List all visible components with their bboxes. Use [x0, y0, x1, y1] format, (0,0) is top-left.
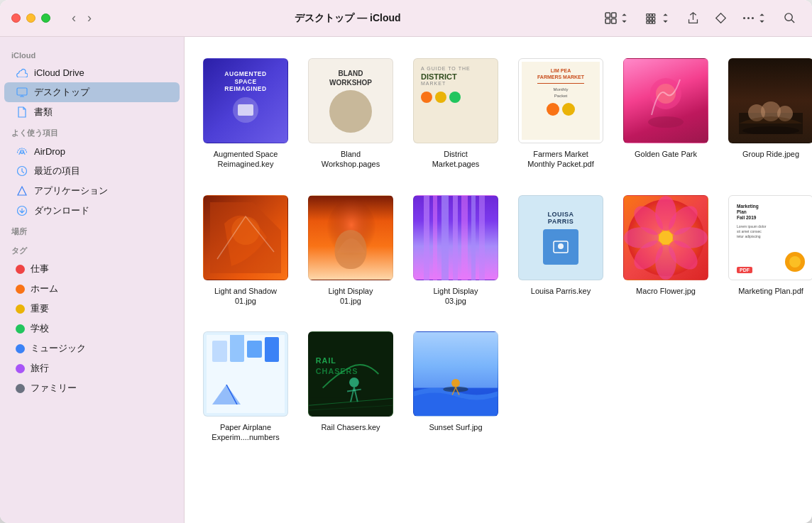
svg-rect-4	[647, 14, 649, 16]
file-item-farmers[interactable]: Lim PeaFarmers Market MonthlyPacket Farm…	[514, 54, 608, 174]
svg-rect-34	[441, 195, 449, 280]
file-item-golden[interactable]: Golden Gate Park	[619, 54, 713, 174]
svg-point-14	[747, 17, 750, 19]
close-button[interactable]	[11, 13, 21, 23]
file-thumb-lightdisplay03	[413, 195, 498, 280]
svg-point-40	[558, 243, 564, 249]
sidebar-item-documents[interactable]: 書類	[4, 102, 180, 122]
search-button[interactable]	[779, 9, 801, 27]
recents-icon	[16, 165, 28, 177]
file-item-louisa[interactable]: LOUISAPARRIS Louisa Parris.key	[514, 191, 608, 311]
desktop-label: デスクトップ	[34, 86, 89, 99]
file-item-lightandshadow[interactable]: Light and Shadow01.jpg	[199, 191, 292, 311]
tag-label-gakkou: 学校	[31, 322, 49, 335]
file-item-groupride[interactable]: Group Ride.jpeg	[724, 54, 812, 174]
file-item-lightdisplay01[interactable]: Light Display01.jpg	[304, 191, 397, 311]
titlebar: ‹ › デスクトップ — iCloud	[0, 0, 812, 37]
file-name-augmented: Augmented SpaceReimagined.key	[214, 149, 278, 170]
applications-label: アプリケーション	[34, 185, 108, 197]
file-item-macroflower[interactable]: Macro Flower.jpg	[619, 191, 713, 311]
file-thumb-farmers: Lim PeaFarmers Market MonthlyPacket	[518, 58, 603, 143]
file-thumb-louisa: LOUISAPARRIS	[518, 195, 603, 280]
more-button[interactable]	[737, 9, 773, 27]
sidebar-item-airdrop[interactable]: AirDrop	[4, 141, 180, 161]
file-item-augmented[interactable]: AUGMENTEDSPACEREIMAGINED Augmented Space…	[199, 54, 292, 174]
file-name-lightdisplay03: Light Display03.jpg	[434, 286, 478, 307]
file-item-sunsetsurf[interactable]: Sunset Surf.jpg	[409, 327, 503, 447]
svg-rect-32	[424, 195, 429, 280]
sidebar: iCloud iCloud Drive デスクトップ	[0, 37, 185, 523]
maximize-button[interactable]	[41, 13, 50, 23]
svg-rect-9	[652, 18, 654, 20]
sidebar-item-tag-home[interactable]: ホーム	[4, 279, 180, 299]
files-grid: AUGMENTEDSPACEREIMAGINED Augmented Space…	[199, 54, 798, 447]
sidebar-item-applications[interactable]: アプリケーション	[4, 181, 180, 201]
file-item-paperairplane[interactable]: Paper AirplaneExperim....numbers	[199, 327, 292, 447]
documents-label: 書類	[34, 106, 53, 119]
tag-dot-family	[16, 384, 25, 393]
svg-rect-38	[479, 195, 485, 280]
file-thumb-marketing: MarketingPlanFall 2019 Lorem ipsum dolor…	[728, 195, 812, 280]
favorites-section-header: よく使う項目	[0, 122, 184, 141]
back-button[interactable]: ‹	[67, 9, 80, 27]
svg-rect-6	[652, 14, 654, 16]
sidebar-item-tag-travel[interactable]: 旅行	[4, 358, 180, 378]
file-name-bland: BlandWorkshop.pages	[322, 149, 380, 170]
sidebar-item-tag-gakkou[interactable]: 学校	[4, 319, 180, 338]
file-name-farmers: Farmers MarketMonthly Packet.pdf	[527, 149, 594, 170]
forward-button[interactable]: ›	[83, 9, 96, 27]
main-layout: iCloud iCloud Drive デスクトップ	[0, 37, 812, 523]
svg-rect-18	[17, 88, 27, 95]
downloads-icon	[16, 204, 28, 217]
tag-button[interactable]	[710, 9, 732, 27]
file-thumb-railchasers: RAIL CHASERS	[308, 331, 393, 417]
tag-dot-home	[16, 285, 25, 294]
file-item-railchasers[interactable]: RAIL CHASERS Rail Chasers.key	[304, 327, 397, 447]
sidebar-item-tag-music[interactable]: ミュージック	[4, 338, 180, 358]
file-thumb-lightdisplay01	[308, 195, 393, 280]
file-thumb-augmented: AUGMENTEDSPACEREIMAGINED	[203, 58, 288, 143]
file-item-district[interactable]: A GUIDE TO THE DISTRICT MARKET DistrictM…	[409, 54, 503, 174]
file-item-bland[interactable]: BLANDWORKSHOP BlandWorkshop.pages	[304, 54, 397, 174]
places-section-header: 場所	[0, 221, 184, 240]
desktop-icon	[16, 86, 28, 99]
svg-rect-3	[612, 19, 616, 23]
file-item-marketing[interactable]: MarketingPlanFall 2019 Lorem ipsum dolor…	[724, 191, 812, 311]
svg-point-50	[659, 231, 673, 245]
sidebar-item-downloads[interactable]: ダウンロード	[4, 201, 180, 221]
svg-marker-51	[212, 385, 241, 404]
nav-buttons: ‹ ›	[67, 9, 96, 27]
gallery-view-button[interactable]	[641, 9, 676, 27]
airdrop-label: AirDrop	[34, 146, 65, 157]
svg-rect-10	[647, 21, 649, 23]
svg-point-24	[648, 116, 684, 128]
icon-view-button[interactable]	[600, 9, 635, 27]
tag-label-family: ファミリー	[31, 382, 77, 395]
sidebar-item-tag-juuyou[interactable]: 重要	[4, 299, 180, 319]
svg-rect-1	[612, 13, 616, 17]
file-name-railchasers: Rail Chasers.key	[321, 422, 380, 432]
sidebar-item-icloud-drive[interactable]: iCloud Drive	[4, 62, 180, 82]
finder-window: ‹ › デスクトップ — iCloud	[0, 0, 812, 523]
file-thumb-bland: BLANDWORKSHOP	[308, 58, 393, 143]
minimize-button[interactable]	[26, 13, 35, 23]
file-name-sunsetsurf: Sunset Surf.jpg	[429, 422, 482, 432]
file-thumb-groupride	[728, 58, 812, 143]
sidebar-item-recents[interactable]: 最近の項目	[4, 161, 180, 181]
svg-rect-5	[649, 14, 652, 16]
tag-label-shigoto: 仕事	[31, 263, 49, 275]
svg-rect-12	[652, 21, 654, 23]
svg-point-60	[451, 379, 460, 387]
documents-icon	[16, 106, 28, 119]
sidebar-item-tag-shigoto[interactable]: 仕事	[4, 259, 180, 279]
window-title: デスクトップ — iCloud	[96, 12, 600, 25]
sidebar-item-tag-family[interactable]: ファミリー	[4, 378, 180, 398]
icloud-section-header: iCloud	[0, 45, 184, 62]
tag-dot-gakkou	[16, 324, 25, 334]
file-name-district: DistrictMarket.pages	[432, 149, 480, 170]
share-button[interactable]	[682, 9, 704, 27]
svg-rect-8	[649, 18, 652, 20]
file-item-lightdisplay03[interactable]: Light Display03.jpg	[409, 191, 503, 311]
svg-rect-36	[461, 195, 468, 280]
sidebar-item-desktop[interactable]: デスクトップ	[4, 82, 180, 102]
